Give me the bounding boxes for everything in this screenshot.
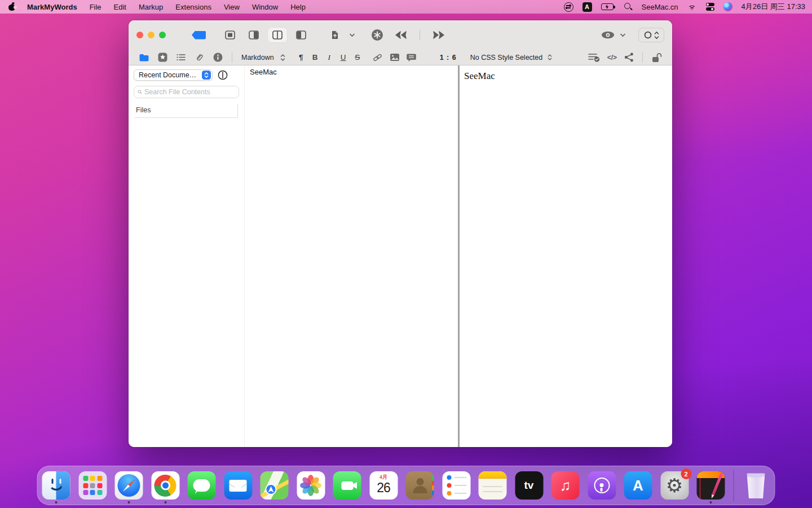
tag-icon[interactable] xyxy=(192,31,206,40)
line-word-ratio: 1 : 6 xyxy=(440,54,457,62)
favorites-star-icon[interactable] xyxy=(158,52,167,62)
gear-icon: ⚙ xyxy=(666,474,683,497)
zoom-stepper-control[interactable] xyxy=(638,28,664,42)
dock-item-notes[interactable] xyxy=(479,471,507,500)
dock-item-calendar[interactable]: 4月 26 xyxy=(369,471,398,500)
dock-item-photos[interactable] xyxy=(297,471,325,500)
dock-item-messages[interactable] xyxy=(188,471,216,500)
css-style-popup[interactable]: No CSS Style Selected xyxy=(470,54,553,62)
menu-extensions[interactable]: Extensions xyxy=(175,3,211,11)
wifi-icon[interactable] xyxy=(687,3,697,10)
preview-visibility-eye-icon[interactable] xyxy=(601,30,615,40)
notification-badge: 2 xyxy=(681,468,691,479)
dock-item-reminders[interactable] xyxy=(442,471,470,500)
share-icon[interactable] xyxy=(624,52,634,62)
zoom-button[interactable] xyxy=(159,32,166,38)
editor-pane[interactable]: SeeMac xyxy=(245,65,458,447)
search-icon xyxy=(138,89,142,95)
sidebar-search[interactable] xyxy=(134,86,239,98)
sidebar: Recent Docume… Files xyxy=(129,65,245,447)
code-view-icon[interactable]: </> xyxy=(607,54,617,62)
link-icon[interactable] xyxy=(372,53,383,62)
desktop-wallpaper: MarkMyWords File Edit Markup Extensions … xyxy=(0,0,812,508)
dock-item-app-store[interactable]: A xyxy=(624,471,652,500)
paragraph-button[interactable]: ¶ xyxy=(297,53,306,62)
dock: 4月 26 tv ♫ A ⚙ xyxy=(37,466,775,505)
comment-icon[interactable] xyxy=(407,53,416,62)
window-titlebar[interactable] xyxy=(129,20,672,50)
menu-extra-toggles-icon[interactable] xyxy=(564,2,573,12)
dock-item-maps[interactable] xyxy=(261,471,289,500)
bold-button[interactable]: B xyxy=(311,53,320,62)
running-indicator xyxy=(710,501,712,503)
dock-item-chrome[interactable] xyxy=(151,471,179,500)
snippet-asterisk-button[interactable] xyxy=(368,28,387,42)
underline-button[interactable]: U xyxy=(339,53,348,62)
markmywords-window: Markdown ¶ B I U S 1 : xyxy=(129,20,672,447)
menu-help[interactable]: Help xyxy=(290,3,306,11)
siri-icon[interactable] xyxy=(723,2,732,11)
jump-back-button[interactable] xyxy=(391,28,411,42)
view-sidebar-left-button[interactable] xyxy=(292,28,311,42)
menu-markup[interactable]: Markup xyxy=(139,3,163,11)
dock-item-music[interactable]: ♫ xyxy=(551,471,580,500)
export-button[interactable] xyxy=(325,28,345,42)
files-folder-icon[interactable] xyxy=(139,53,149,62)
dock-item-finder[interactable] xyxy=(42,471,70,500)
appstore-glyph: A xyxy=(633,477,643,494)
lock-open-icon[interactable] xyxy=(651,52,662,63)
toc-checklist-icon[interactable] xyxy=(588,52,600,62)
dock-item-trash[interactable] xyxy=(742,471,770,500)
close-button[interactable] xyxy=(136,32,143,38)
dock-item-system-preferences[interactable]: ⚙ 2 xyxy=(660,471,689,500)
view-split-button[interactable] xyxy=(268,28,287,42)
format-popup[interactable]: Markdown xyxy=(241,54,285,62)
dock-item-podcasts[interactable] xyxy=(588,471,616,500)
window-content: Recent Docume… Files xyxy=(129,65,672,447)
format-toolbar: Markdown ¶ B I U S 1 : xyxy=(129,50,672,65)
trash-icon xyxy=(745,472,767,498)
sort-toggle-icon[interactable] xyxy=(218,70,228,80)
info-icon[interactable] xyxy=(213,52,223,62)
menu-window[interactable]: Window xyxy=(252,3,278,11)
image-icon[interactable] xyxy=(390,53,400,62)
strikethrough-button[interactable]: S xyxy=(353,53,362,62)
spotlight-search-icon[interactable] xyxy=(624,3,633,11)
recent-documents-popup[interactable]: Recent Docume… xyxy=(134,69,213,81)
dock-item-mail[interactable] xyxy=(224,471,252,500)
menu-edit[interactable]: Edit xyxy=(114,3,126,11)
status-domain-text[interactable]: SeeMac.cn xyxy=(642,3,678,11)
running-indicator xyxy=(55,501,58,503)
dock-item-contacts[interactable] xyxy=(406,471,434,500)
search-input[interactable] xyxy=(144,88,235,96)
view-preview-right-button[interactable] xyxy=(244,28,263,42)
italic-button[interactable]: I xyxy=(325,53,334,62)
tv-label: tv xyxy=(524,479,534,492)
apple-menu-icon[interactable] xyxy=(8,3,16,11)
input-method-indicator[interactable]: A xyxy=(582,2,592,12)
menu-view[interactable]: View xyxy=(224,3,240,11)
battery-icon[interactable] xyxy=(601,3,615,10)
menu-file[interactable]: File xyxy=(90,3,102,11)
menu-bar-status: A SeeMac.cn 4月26日 周三 17:33 xyxy=(564,2,812,12)
export-chevron-icon[interactable] xyxy=(349,33,355,37)
menu-bar: MarkMyWords File Edit Markup Extensions … xyxy=(0,0,812,14)
view-editor-only-button[interactable] xyxy=(220,28,240,42)
eye-chevron-icon[interactable] xyxy=(620,33,626,37)
control-center-icon[interactable] xyxy=(706,3,714,11)
music-note-icon: ♫ xyxy=(560,477,571,494)
menu-datetime[interactable]: 4月26日 周三 17:33 xyxy=(742,2,805,12)
files-header[interactable]: Files xyxy=(135,106,238,118)
dock-item-tv[interactable]: tv xyxy=(515,471,543,500)
dock-item-markmywords[interactable] xyxy=(697,471,725,500)
menu-bar-left: MarkMyWords File Edit Markup Extensions … xyxy=(0,3,306,11)
dock-item-launchpad[interactable] xyxy=(78,471,107,500)
jump-forward-button[interactable] xyxy=(429,28,448,42)
attachment-paperclip-icon[interactable] xyxy=(195,52,205,63)
dock-item-facetime[interactable] xyxy=(333,471,361,500)
minimize-button[interactable] xyxy=(148,32,155,38)
calendar-day: 26 xyxy=(377,480,390,496)
dock-item-safari[interactable] xyxy=(115,471,143,500)
menu-app-name[interactable]: MarkMyWords xyxy=(27,3,77,11)
list-view-icon[interactable] xyxy=(176,53,186,62)
